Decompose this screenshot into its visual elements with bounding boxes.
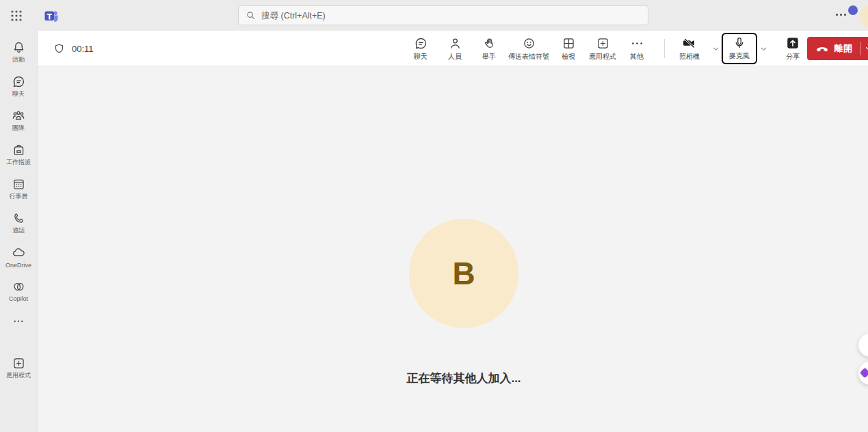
button-label: 檢視 — [562, 52, 575, 62]
people-button[interactable]: 人員 — [438, 31, 472, 66]
raise-hand-icon — [482, 36, 497, 51]
bell-icon — [12, 40, 26, 55]
timer-text: 00:11 — [72, 44, 94, 54]
button-label: 傳送表情符號 — [508, 52, 549, 62]
leave-label: 離開 — [834, 42, 852, 55]
apps-button[interactable]: 應用程式 — [586, 31, 620, 66]
phone-icon — [12, 211, 26, 226]
sidebar-item-label: 工作指派 — [6, 159, 31, 165]
leave-options-chevron[interactable] — [861, 37, 868, 60]
sidebar-item-chat[interactable]: 聊天 — [0, 68, 38, 103]
copilot-spark-icon — [860, 368, 868, 379]
presence-indicator — [848, 5, 858, 15]
chevron-down-icon — [865, 44, 868, 53]
sidebar-item-calls[interactable]: 通話 — [0, 205, 38, 239]
sidebar-item-label: Copilot — [9, 295, 28, 302]
divider — [664, 39, 665, 58]
button-label: 舉手 — [482, 52, 496, 62]
search-icon — [246, 10, 256, 21]
copilot-icon — [12, 280, 26, 294]
sidebar-item-copilot[interactable]: Copilot — [0, 273, 38, 308]
share-tray-icon — [785, 36, 800, 51]
waffle-icon — [10, 10, 23, 22]
button-label: 麥克風 — [729, 51, 750, 61]
meeting-stage: B 正在等待其他人加入... — [38, 66, 868, 432]
more-actions-button[interactable]: 其他 — [620, 31, 654, 66]
button-label: 應用程式 — [589, 52, 616, 62]
sidebar-item-activity[interactable]: 活動 — [0, 34, 38, 68]
sidebar-item-teams[interactable]: 團隊 — [0, 103, 38, 137]
app-rail: 活動 聊天 團隊 — [0, 31, 38, 432]
floating-button[interactable] — [858, 334, 868, 357]
search-input[interactable] — [261, 11, 641, 21]
teams-people-icon — [11, 108, 26, 123]
user-avatar[interactable] — [860, 5, 868, 27]
waiting-message: 正在等待其他人加入... — [327, 370, 601, 386]
teams-logo-icon — [43, 8, 60, 24]
microphone-options-chevron[interactable] — [758, 31, 769, 66]
sidebar-item-label: 活動 — [12, 56, 25, 63]
leave-button[interactable]: 離開 — [807, 37, 868, 60]
button-label: 人員 — [448, 52, 462, 62]
chat-button[interactable]: 聊天 — [404, 31, 438, 66]
backpack-icon — [12, 143, 26, 157]
gallery-view-icon — [562, 36, 576, 51]
chat-icon — [12, 75, 26, 89]
search-bar[interactable] — [238, 5, 648, 25]
sidebar-item-onedrive[interactable]: OneDrive — [0, 239, 38, 273]
meeting-timer: 00:11 — [53, 31, 94, 66]
teams-logo[interactable] — [41, 0, 62, 31]
sidebar-item-label: 聊天 — [12, 90, 25, 97]
view-button[interactable]: 檢視 — [551, 31, 586, 66]
more-icon — [12, 315, 25, 327]
titlebar-more-button[interactable] — [836, 14, 846, 16]
meeting-toolbar: 00:11 聊天 人員 — [38, 31, 868, 66]
mic-icon — [733, 36, 746, 50]
ellipsis-icon — [836, 14, 838, 16]
title-bar — [0, 0, 868, 31]
sidebar-item-assignments[interactable]: 工作指派 — [0, 137, 38, 171]
more-icon — [630, 36, 644, 51]
apps-icon — [12, 356, 26, 370]
person-icon — [448, 36, 462, 51]
teams-meeting-window: 活動 聊天 團隊 — [0, 0, 868, 432]
chevron-down-icon — [760, 45, 767, 53]
sidebar-item-label: 行事曆 — [10, 193, 28, 200]
avatar-initial: B — [452, 255, 475, 292]
button-label: 聊天 — [414, 52, 428, 62]
sidebar-item-label: 通話 — [12, 227, 25, 234]
waffle-menu-button[interactable] — [3, 0, 30, 31]
sidebar-item-label: 團隊 — [12, 124, 25, 131]
raise-hand-button[interactable]: 舉手 — [472, 31, 506, 66]
sidebar-item-calendar[interactable]: 行事曆 — [0, 171, 38, 205]
device-controls: 照相機 麥克風 — [664, 31, 807, 66]
hangup-icon — [815, 41, 830, 56]
sidebar-item-label: 應用程式 — [6, 372, 31, 379]
cloud-icon — [11, 245, 27, 260]
camera-off-icon — [681, 36, 698, 51]
apps-icon — [596, 36, 610, 51]
sidebar-more-button[interactable] — [0, 308, 38, 335]
copilot-floating-button[interactable] — [858, 362, 868, 385]
button-label: 照相機 — [679, 52, 700, 62]
emoji-icon — [522, 36, 536, 51]
camera-button[interactable]: 照相機 — [669, 31, 710, 66]
share-button[interactable]: 分享 — [778, 31, 807, 66]
button-label: 分享 — [786, 52, 800, 62]
button-label: 其他 — [630, 52, 644, 62]
participant-avatar: B — [409, 219, 518, 328]
calendar-icon — [12, 177, 26, 191]
chat-icon — [414, 36, 428, 51]
microphone-button[interactable]: 麥克風 — [723, 34, 756, 63]
sidebar-item-apps[interactable]: 應用程式 — [0, 350, 38, 384]
chevron-down-icon — [712, 45, 720, 53]
reactions-button[interactable]: 傳送表情符號 — [506, 31, 551, 66]
shield-icon — [53, 43, 65, 55]
microphone-focus-ring: 麥克風 — [722, 33, 757, 64]
meeting-actions: 聊天 人員 舉手 — [404, 31, 654, 66]
camera-options-chevron[interactable] — [710, 31, 721, 66]
sidebar-item-label: OneDrive — [5, 262, 31, 269]
